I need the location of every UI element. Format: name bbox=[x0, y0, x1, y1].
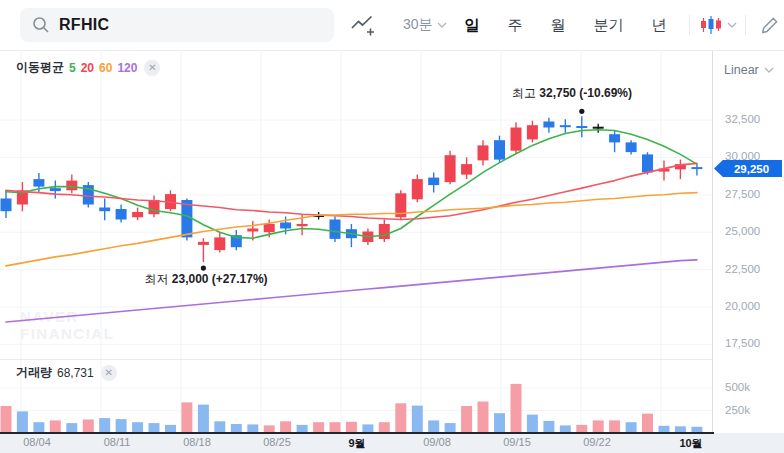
tab-year[interactable]: 년 bbox=[638, 0, 681, 50]
candle bbox=[66, 181, 77, 191]
candle bbox=[116, 209, 127, 220]
price-tick-label: 17,500 bbox=[725, 337, 760, 349]
low-annotation-value: 23,000 bbox=[172, 272, 209, 286]
volume-tick-label: 250k bbox=[725, 404, 750, 416]
volume-bar bbox=[181, 402, 192, 433]
volume-bar bbox=[527, 415, 538, 433]
candle bbox=[379, 224, 390, 239]
tab-week[interactable]: 주 bbox=[494, 0, 537, 50]
volume-bar bbox=[461, 406, 472, 433]
minute-interval-label: 30분 bbox=[403, 16, 433, 34]
candle bbox=[132, 212, 143, 217]
candle bbox=[1, 199, 12, 212]
search-icon bbox=[32, 16, 50, 34]
ma5-label: 5 bbox=[69, 61, 76, 75]
candle bbox=[609, 134, 620, 142]
last-price-badge: 29,250 bbox=[714, 160, 782, 177]
date-tick-label: 9월 bbox=[325, 436, 389, 451]
ma20-label: 20 bbox=[81, 61, 94, 75]
volume-bar bbox=[17, 411, 28, 433]
candlestick-icon bbox=[700, 15, 722, 35]
high-annotation-value: 32,750 bbox=[539, 86, 576, 100]
candle bbox=[280, 223, 291, 229]
volume-legend-value: 68,731 bbox=[57, 366, 94, 380]
price-tick-label: 22,500 bbox=[725, 263, 760, 275]
candle bbox=[247, 229, 258, 232]
volume-bar bbox=[642, 414, 653, 433]
candle bbox=[445, 155, 456, 182]
high-annotation-change: (-10.69%) bbox=[579, 86, 632, 100]
candle bbox=[511, 128, 522, 151]
date-tick-label: 08/04 bbox=[5, 436, 69, 448]
toolbar-divider bbox=[689, 15, 690, 35]
candle bbox=[99, 208, 110, 212]
candle bbox=[33, 179, 44, 187]
volume-bar bbox=[478, 402, 489, 434]
tab-quarter[interactable]: 분기 bbox=[580, 0, 638, 50]
price-axis-panel: Linear 32,50030,00027,50025,00022,50020,… bbox=[712, 50, 784, 433]
ma-legend-title: 이동평균 bbox=[16, 59, 64, 76]
candle bbox=[297, 224, 308, 226]
volume-bar bbox=[511, 384, 522, 433]
search-input[interactable]: RFHIC bbox=[20, 8, 334, 42]
volume-bar bbox=[1, 406, 12, 433]
chevron-down-icon bbox=[727, 22, 737, 28]
candle bbox=[560, 125, 571, 127]
candle bbox=[642, 154, 653, 172]
low-annotation-label: 최저 bbox=[144, 272, 168, 286]
volume-legend-title: 거래량 bbox=[16, 364, 52, 381]
date-tick-label: 10월 bbox=[659, 436, 723, 451]
volume-bar bbox=[412, 406, 423, 433]
candle bbox=[412, 179, 423, 199]
low-annotation: 최저 23,000 (+27.17%) bbox=[144, 271, 267, 288]
x-axis-line bbox=[0, 432, 714, 434]
low-annotation-change: (+27.17%) bbox=[212, 272, 268, 286]
ma-legend: 이동평균 5 20 60 120 ✕ bbox=[16, 59, 160, 76]
candle bbox=[543, 122, 554, 128]
price-tick-label: 20,000 bbox=[725, 300, 760, 312]
line-chart-plus-icon bbox=[350, 14, 375, 37]
high-annotation-label: 최고 bbox=[512, 86, 536, 100]
volume-bar bbox=[198, 405, 209, 433]
volume-bar bbox=[395, 403, 406, 433]
chevron-down-icon bbox=[437, 22, 447, 28]
scale-dropdown[interactable]: Linear bbox=[724, 63, 774, 77]
toolbar: RFHIC 30분 일 주 월 분기 년 bbox=[0, 0, 784, 51]
interval-tabs: 일 주 월 분기 년 bbox=[451, 0, 681, 50]
candle bbox=[50, 188, 61, 191]
chart-type-dropdown[interactable] bbox=[700, 15, 737, 35]
candle bbox=[264, 224, 275, 232]
ma120-label: 120 bbox=[117, 61, 137, 75]
candle bbox=[626, 142, 637, 152]
volume-legend-close-icon[interactable]: ✕ bbox=[101, 365, 117, 381]
scale-label: Linear bbox=[724, 63, 759, 77]
stock-chart-app: NAVER FINANCIAL RFHIC 30분 일 주 bbox=[0, 0, 784, 453]
date-tick-label: 09/15 bbox=[485, 436, 549, 448]
candle bbox=[461, 164, 472, 175]
search-value: RFHIC bbox=[59, 16, 109, 34]
date-tick-label: 08/11 bbox=[85, 436, 149, 448]
price-tick-label: 25,000 bbox=[725, 225, 760, 237]
minute-interval-dropdown[interactable]: 30분 bbox=[403, 16, 447, 34]
date-tick-label: 08/18 bbox=[165, 436, 229, 448]
toolbar-divider bbox=[745, 15, 746, 35]
compare-button[interactable] bbox=[350, 14, 375, 37]
chevron-down-icon bbox=[764, 67, 774, 73]
high-annotation: 최고 32,750 (-10.69%) bbox=[512, 85, 632, 102]
tab-day[interactable]: 일 bbox=[451, 0, 494, 50]
candle bbox=[691, 167, 702, 169]
x-axis-panel: 08/0408/1108/1808/259월09/0809/1509/2210월 bbox=[0, 433, 784, 453]
candle bbox=[593, 127, 604, 129]
draw-button[interactable] bbox=[760, 15, 780, 35]
ma60-label: 60 bbox=[99, 61, 112, 75]
ma-line-5 bbox=[6, 130, 697, 239]
date-tick-label: 08/25 bbox=[245, 436, 309, 448]
ma-legend-close-icon[interactable]: ✕ bbox=[144, 60, 160, 76]
volume-bar bbox=[494, 413, 505, 433]
low-marker-dot bbox=[201, 266, 206, 271]
volume-legend: 거래량 68,731 ✕ bbox=[16, 364, 117, 381]
price-tick-label: 32,500 bbox=[725, 113, 760, 125]
pencil-icon bbox=[760, 15, 780, 35]
tab-month[interactable]: 월 bbox=[537, 0, 580, 50]
candle bbox=[330, 220, 341, 239]
